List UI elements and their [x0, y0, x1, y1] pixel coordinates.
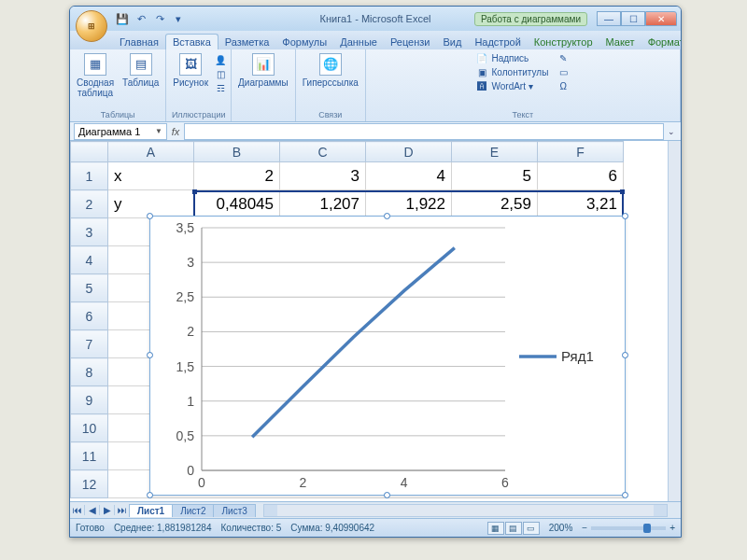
col-header-E[interactable]: E — [452, 142, 538, 162]
namebox-dropdown-icon[interactable]: ▼ — [155, 127, 162, 135]
row-header-10[interactable]: 10 — [71, 414, 108, 442]
col-header-A[interactable]: A — [108, 142, 194, 162]
row-header-3[interactable]: 3 — [71, 218, 108, 246]
sheet-tab-1[interactable]: Лист1 — [129, 504, 173, 517]
tab-view[interactable]: Вид — [436, 35, 468, 49]
redo-icon[interactable]: ↷ — [152, 11, 167, 26]
cell-B2[interactable]: 0,48045 — [194, 190, 280, 218]
pivot-table-icon: ▦ — [84, 53, 106, 76]
undo-icon[interactable]: ↶ — [134, 11, 148, 26]
cell-C2[interactable]: 1,207 — [280, 190, 366, 218]
chart-handle[interactable] — [147, 492, 153, 498]
col-header-C[interactable]: C — [280, 142, 366, 162]
formula-expand-icon[interactable]: ⌄ — [668, 127, 681, 136]
zoom-slider[interactable] — [591, 526, 666, 530]
textbox-button[interactable]: 📄Надпись — [475, 51, 548, 64]
sheet-tab-3[interactable]: Лист3 — [213, 504, 255, 517]
cell-A1[interactable]: x — [108, 162, 194, 190]
worksheet-grid[interactable]: A B C D E F 1 x 2 3 4 5 6 2 y 0,48045 1,… — [70, 141, 681, 501]
row-header-6[interactable]: 6 — [71, 302, 108, 330]
tab-formulas[interactable]: Формулы — [275, 35, 333, 49]
chart-handle[interactable] — [147, 352, 153, 358]
tab-page-layout[interactable]: Разметка — [218, 35, 276, 49]
horizontal-scrollbar[interactable] — [263, 504, 668, 517]
row-header-1[interactable]: 1 — [71, 162, 108, 190]
col-header-F[interactable]: F — [538, 142, 624, 162]
chart-handle[interactable] — [622, 492, 628, 498]
embedded-chart[interactable]: 00,511,522,533,50246Ряд1 — [149, 216, 626, 496]
sheet-nav-prev-icon[interactable]: ◀ — [85, 505, 100, 515]
minimize-button[interactable]: — — [597, 11, 621, 26]
name-box[interactable]: Диаграмма 1▼ — [74, 123, 167, 140]
chart-handle[interactable] — [622, 352, 628, 358]
symbol-button[interactable]: Ω — [557, 79, 570, 92]
tab-insert[interactable]: Вставка — [165, 34, 218, 49]
sheet-nav-next-icon[interactable]: ▶ — [100, 505, 115, 515]
wordart-button[interactable]: 🅰WordArt▾ — [475, 79, 548, 92]
view-pagelayout-icon[interactable]: ▤ — [505, 522, 522, 535]
fx-icon[interactable]: fx — [167, 126, 184, 137]
row-header-4[interactable]: 4 — [71, 246, 108, 274]
tab-chart-format[interactable]: Формат — [641, 35, 682, 49]
status-ready: Готово — [76, 523, 105, 533]
sheet-nav-first-icon[interactable]: ⏮ — [70, 505, 85, 515]
chart-handle[interactable] — [147, 213, 153, 219]
table-button[interactable]: ▤ Таблица — [120, 51, 162, 90]
qat-dropdown-icon[interactable]: ▾ — [171, 11, 186, 26]
tab-home[interactable]: Главная — [113, 35, 165, 49]
row-header-9[interactable]: 9 — [71, 386, 108, 414]
zoom-level[interactable]: 200% — [549, 523, 573, 533]
col-header-D[interactable]: D — [366, 142, 452, 162]
shapes-button[interactable]: ◫ — [214, 67, 227, 80]
object-button[interactable]: ▭ — [557, 65, 570, 78]
cell-E1[interactable]: 5 — [452, 162, 538, 190]
close-button[interactable]: ✕ — [645, 11, 677, 26]
svg-text:4: 4 — [401, 475, 408, 490]
svg-text:0: 0 — [198, 475, 205, 490]
header-footer-button[interactable]: ▣Колонтитулы — [475, 65, 548, 78]
tab-review[interactable]: Рецензи — [384, 35, 437, 49]
cell-D2[interactable]: 1,922 — [366, 190, 452, 218]
cell-C1[interactable]: 3 — [280, 162, 366, 190]
svg-text:0,5: 0,5 — [176, 428, 195, 443]
row-header-12[interactable]: 12 — [71, 470, 108, 498]
view-pagebreak-icon[interactable]: ▭ — [523, 522, 540, 535]
row-header-8[interactable]: 8 — [71, 358, 108, 386]
pivot-table-button[interactable]: ▦ Сводная таблица — [74, 51, 117, 100]
select-all-corner[interactable] — [71, 142, 108, 162]
smartart-button[interactable]: ☶ — [214, 81, 227, 94]
row-header-2[interactable]: 2 — [71, 190, 108, 218]
picture-button[interactable]: 🖼 Рисунок — [170, 51, 211, 90]
view-normal-icon[interactable]: ▦ — [487, 522, 504, 535]
signature-button[interactable]: ✎ — [557, 51, 570, 64]
chart-handle[interactable] — [384, 213, 390, 219]
formula-bar: Диаграмма 1▼ fx ⌄ — [70, 122, 681, 141]
cell-F2[interactable]: 3,21 — [538, 190, 624, 218]
sheet-nav-last-icon[interactable]: ⏭ — [115, 505, 130, 515]
charts-button[interactable]: 📊 Диаграммы — [235, 51, 291, 90]
row-header-5[interactable]: 5 — [71, 274, 108, 302]
zoom-out-icon[interactable]: − — [582, 523, 587, 533]
tab-data[interactable]: Данные — [333, 35, 384, 49]
formula-input[interactable] — [184, 123, 664, 140]
row-header-11[interactable]: 11 — [71, 442, 108, 470]
save-icon[interactable]: 💾 — [115, 11, 130, 26]
chart-handle[interactable] — [384, 492, 390, 498]
cell-F1[interactable]: 6 — [538, 162, 624, 190]
clipart-button[interactable]: 👤 — [214, 53, 227, 66]
vertical-scrollbar[interactable] — [668, 141, 681, 501]
chart-handle[interactable] — [622, 213, 628, 219]
tab-addins[interactable]: Надстрой — [468, 35, 527, 49]
maximize-button[interactable]: ☐ — [621, 11, 645, 26]
tab-chart-design[interactable]: Конструктор — [528, 35, 599, 49]
office-button[interactable]: ⊞ — [76, 10, 107, 42]
row-header-7[interactable]: 7 — [71, 330, 108, 358]
zoom-in-icon[interactable]: + — [669, 523, 675, 533]
tab-chart-layout[interactable]: Макет — [599, 35, 641, 49]
cell-D1[interactable]: 4 — [366, 162, 452, 190]
cell-B1[interactable]: 2 — [194, 162, 280, 190]
hyperlink-button[interactable]: 🌐 Гиперссылка — [300, 51, 361, 90]
col-header-B[interactable]: B — [194, 142, 280, 162]
cell-E2[interactable]: 2,59 — [452, 190, 538, 218]
sheet-tab-2[interactable]: Лист2 — [172, 504, 214, 517]
